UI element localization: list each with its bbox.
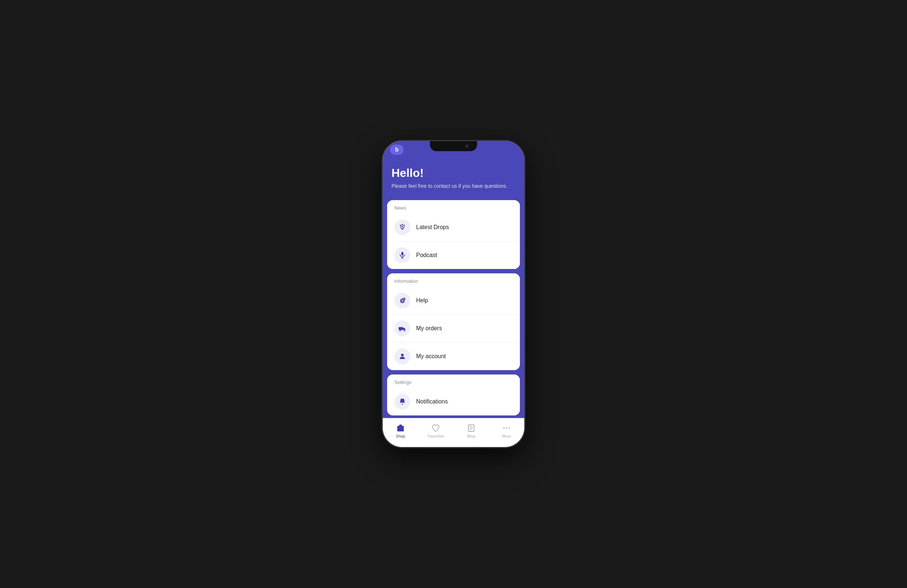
help-item[interactable]: ? ? Help — [387, 287, 520, 315]
news-card: News Latest Drops — [387, 200, 520, 269]
svg-rect-5 — [401, 252, 404, 255]
help-label: Help — [416, 297, 428, 304]
header: Hello! Please feel free to contact us if… — [383, 159, 524, 200]
heart-icon — [431, 423, 441, 433]
notch — [430, 141, 477, 151]
content-area[interactable]: News Latest Drops — [383, 200, 524, 418]
nav-shop[interactable]: Shop — [383, 423, 418, 438]
help-icon: ? ? — [394, 292, 410, 308]
nav-blog-label: Blog — [467, 434, 475, 438]
svg-rect-13 — [399, 327, 403, 330]
latest-drops-label: Latest Drops — [416, 224, 449, 230]
svg-point-25 — [506, 427, 507, 429]
logo-letter: b — [395, 147, 399, 153]
podcast-label: Podcast — [416, 252, 437, 259]
microphone-icon — [394, 247, 410, 263]
news-section-label: News — [387, 200, 520, 214]
my-account-item[interactable]: My account — [387, 343, 520, 370]
svg-point-24 — [503, 427, 505, 429]
information-card: Information ? ? Help — [387, 273, 520, 370]
nav-more-label: More — [502, 434, 511, 438]
svg-point-14 — [399, 330, 401, 331]
settings-section-label: Settings — [387, 374, 520, 388]
blog-icon — [466, 423, 476, 433]
svg-rect-19 — [397, 426, 404, 427]
nav-blog[interactable]: Blog — [454, 423, 489, 438]
settings-card: Settings Notifications — [387, 374, 520, 415]
nav-more[interactable]: More — [489, 423, 525, 438]
notifications-label: Notifications — [416, 398, 448, 405]
podcast-item[interactable]: Podcast — [387, 241, 520, 269]
lightbulb-icon — [394, 219, 410, 235]
header-title: Hello! — [391, 166, 516, 180]
svg-point-17 — [402, 398, 403, 399]
phone-screen: b Hello! Please feel free to contact us … — [383, 141, 524, 447]
svg-point-15 — [404, 330, 405, 331]
bell-icon — [394, 394, 410, 410]
app-logo: b — [390, 145, 404, 155]
svg-line-2 — [400, 225, 401, 225]
person-icon — [394, 348, 410, 364]
my-orders-label: My orders — [416, 325, 442, 332]
svg-point-26 — [508, 427, 510, 429]
more-icon — [502, 423, 511, 433]
my-orders-item[interactable]: My orders — [387, 315, 520, 343]
phone-frame: b Hello! Please feel free to contact us … — [383, 141, 524, 447]
information-section-label: Information — [387, 273, 520, 287]
svg-text:?: ? — [403, 298, 404, 300]
nav-shop-label: Shop — [396, 434, 405, 438]
svg-point-16 — [401, 353, 404, 356]
camera — [465, 144, 469, 148]
nav-favorites-label: Favorites — [428, 434, 444, 438]
nav-favorites[interactable]: Favorites — [418, 423, 454, 438]
latest-drops-item[interactable]: Latest Drops — [387, 214, 520, 241]
my-account-label: My account — [416, 353, 446, 360]
svg-point-4 — [402, 226, 403, 227]
notifications-item[interactable]: Notifications — [387, 388, 520, 415]
truck-icon — [394, 320, 410, 336]
bottom-nav: Shop Favorites — [383, 418, 524, 447]
shop-icon — [396, 423, 405, 433]
header-subtitle: Please feel free to contact us if you ha… — [391, 183, 516, 190]
